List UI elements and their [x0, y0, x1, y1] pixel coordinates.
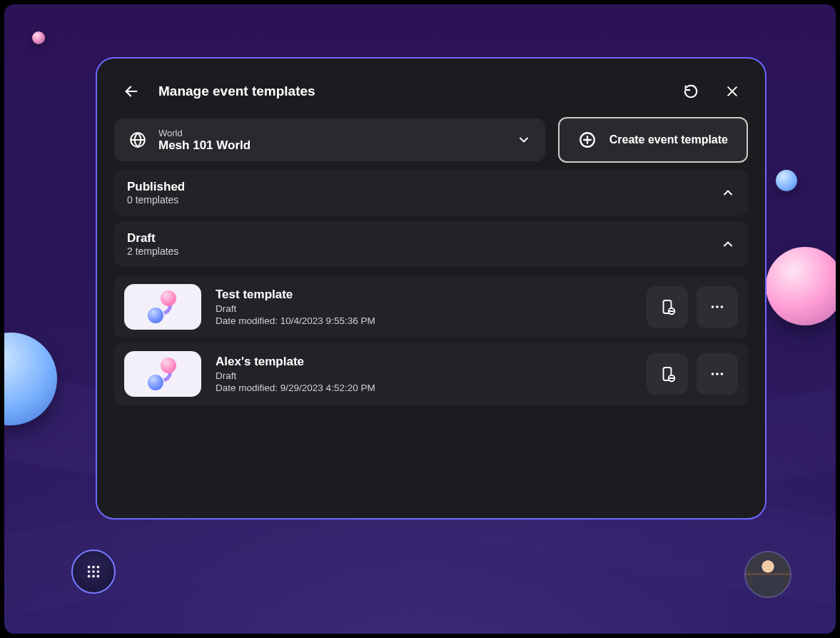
mesh-logo-icon: [146, 290, 179, 323]
section-published-header[interactable]: Published 0 templates: [114, 170, 748, 216]
template-info: Test template Draft Date modified: 10/4/…: [216, 288, 632, 326]
refresh-icon: [683, 83, 699, 99]
section-draft-labels: Draft 2 templates: [127, 231, 721, 257]
svg-point-27: [97, 575, 100, 578]
decor-bubble: [32, 31, 45, 44]
template-status: Draft: [216, 303, 632, 314]
grid-dots-icon: [86, 564, 101, 579]
svg-point-16: [712, 373, 714, 375]
more-options-button[interactable]: [697, 353, 738, 395]
draft-template-list: Test template Draft Date modified: 10/4/…: [114, 275, 748, 405]
close-icon: [725, 84, 739, 98]
section-draft-title: Draft: [127, 231, 721, 245]
chevron-up-icon: [721, 186, 735, 200]
ellipsis-icon: [709, 366, 725, 382]
window-title: Manage event templates: [158, 83, 664, 99]
create-event-template-label: Create event template: [609, 133, 728, 146]
section-draft-header[interactable]: Draft 2 templates: [114, 221, 748, 267]
sections: Published 0 templates Draft 2 templates: [114, 170, 748, 405]
template-thumbnail: [124, 351, 201, 397]
app-backdrop: Manage event templates World Mesh 101 Wo…: [4, 4, 836, 634]
unpublish-button[interactable]: [647, 353, 688, 395]
ellipsis-icon: [709, 299, 725, 315]
template-date-modified-label: Date modified:: [216, 383, 280, 393]
window-header-actions: [678, 79, 745, 104]
template-date-modified: Date modified: 9/29/2023 4:52:20 PM: [216, 383, 632, 393]
globe-icon: [128, 131, 147, 149]
avatar-icon: [746, 552, 790, 597]
dashboard-menu-button[interactable]: [71, 550, 116, 594]
template-date-modified-label: Date modified:: [216, 315, 280, 326]
svg-point-23: [92, 570, 95, 573]
svg-point-20: [92, 566, 95, 569]
profile-avatar-button[interactable]: [744, 551, 791, 598]
section-draft-subtitle: 2 templates: [127, 245, 721, 257]
create-event-template-button[interactable]: Create event template: [558, 117, 748, 163]
template-date-modified-value: 9/29/2023 4:52:20 PM: [280, 383, 375, 393]
template-row[interactable]: Alex's template Draft Date modified: 9/2…: [114, 343, 748, 405]
svg-point-19: [88, 566, 91, 569]
svg-point-25: [88, 575, 91, 578]
plus-circle-icon: [578, 131, 597, 149]
device-remove-icon: [659, 365, 676, 383]
svg-point-22: [88, 570, 91, 573]
arrow-left-icon: [123, 83, 139, 99]
template-name: Alex's template: [216, 355, 632, 369]
template-row-actions: [647, 353, 738, 395]
template-date-modified: Date modified: 10/4/2023 9:55:36 PM: [216, 315, 632, 326]
world-selector[interactable]: World Mesh 101 World: [114, 118, 545, 161]
svg-point-11: [716, 305, 719, 308]
device-remove-icon: [659, 298, 676, 315]
template-date-modified-value: 10/4/2023 9:55:36 PM: [280, 315, 375, 326]
more-options-button[interactable]: [697, 286, 738, 328]
manage-templates-window: Manage event templates World Mesh 101 Wo…: [96, 57, 766, 520]
svg-point-26: [92, 575, 95, 578]
template-row[interactable]: Test template Draft Date modified: 10/4/…: [114, 275, 748, 338]
svg-point-17: [716, 373, 719, 375]
decor-bubble: [776, 170, 797, 191]
window-header: Manage event templates: [114, 76, 748, 117]
unpublish-button[interactable]: [647, 286, 688, 328]
svg-point-18: [721, 373, 724, 375]
world-and-create-row: World Mesh 101 World Create event templa…: [114, 117, 748, 163]
template-info: Alex's template Draft Date modified: 9/2…: [216, 355, 632, 393]
svg-point-10: [712, 305, 714, 308]
section-published-subtitle: 0 templates: [127, 194, 721, 206]
refresh-button[interactable]: [678, 79, 704, 104]
svg-point-24: [97, 570, 100, 573]
template-status: Draft: [216, 370, 632, 381]
section-published-title: Published: [127, 180, 721, 194]
back-button[interactable]: [118, 79, 144, 104]
world-selector-value: Mesh 101 World: [158, 138, 505, 153]
close-button[interactable]: [719, 79, 745, 104]
template-thumbnail: [124, 284, 201, 330]
template-row-actions: [647, 286, 738, 328]
section-published-labels: Published 0 templates: [127, 180, 721, 206]
chevron-down-icon: [517, 133, 531, 147]
world-selector-labels: World Mesh 101 World: [158, 128, 505, 153]
template-name: Test template: [216, 288, 632, 302]
chevron-up-icon: [721, 237, 735, 251]
svg-point-21: [97, 566, 100, 569]
world-selector-label: World: [158, 128, 505, 138]
mesh-logo-icon: [146, 358, 179, 390]
svg-point-12: [721, 305, 724, 308]
